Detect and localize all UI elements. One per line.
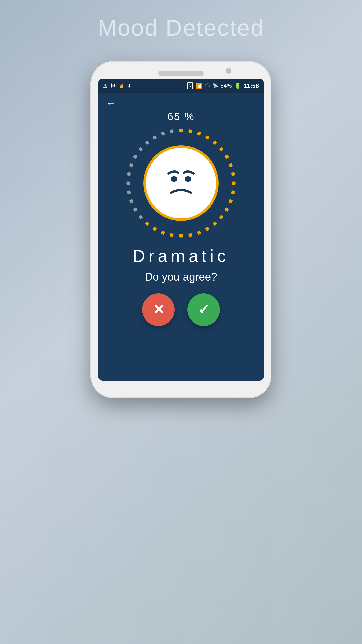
nfc-icon: N xyxy=(187,82,193,89)
svg-rect-35 xyxy=(170,129,174,133)
mood-face-circle xyxy=(143,145,219,221)
svg-rect-23 xyxy=(138,215,143,219)
svg-rect-32 xyxy=(145,140,149,145)
battery-icon: 🔋 xyxy=(234,83,241,89)
signal-icon: 📡 xyxy=(213,83,218,89)
phone-speaker xyxy=(158,71,204,76)
svg-rect-9 xyxy=(232,182,236,185)
mood-circle-container: // We'll inline the dots via JS after re… xyxy=(126,128,236,238)
back-button[interactable]: ← xyxy=(106,98,116,108)
svg-rect-7 xyxy=(229,163,233,167)
svg-point-36 xyxy=(171,176,177,182)
svg-rect-25 xyxy=(129,199,133,203)
phone-camera xyxy=(226,68,231,74)
agree-question: Do you agree? xyxy=(145,271,217,283)
svg-rect-28 xyxy=(127,172,131,176)
image-icon: 🖼 xyxy=(111,83,116,89)
hand-icon: ☝ xyxy=(119,83,124,89)
mood-label: Dramatic xyxy=(133,246,229,266)
svg-rect-18 xyxy=(179,234,183,238)
svg-rect-20 xyxy=(161,231,165,235)
svg-rect-2 xyxy=(197,131,201,136)
phone-screen: ⚠ 🖼 ☝ ⬇ N 📶 🚫 📡 84% 🔋 11:58 ← 65 % xyxy=(98,79,264,381)
phone-frame: ⚠ 🖼 ☝ ⬇ N 📶 🚫 📡 84% 🔋 11:58 ← 65 % xyxy=(90,61,272,398)
warning-icon: ⚠ xyxy=(103,83,108,89)
svg-rect-8 xyxy=(231,172,235,176)
svg-rect-0 xyxy=(179,129,183,132)
status-bar: ⚠ 🖼 ☝ ⬇ N 📶 🚫 📡 84% 🔋 11:58 xyxy=(98,79,264,93)
svg-rect-22 xyxy=(145,221,149,226)
svg-rect-1 xyxy=(188,129,192,133)
svg-rect-11 xyxy=(229,199,233,203)
svg-rect-21 xyxy=(152,227,157,231)
disagree-button[interactable]: ✕ xyxy=(142,293,175,326)
wifi-icon: 📶 xyxy=(195,83,202,89)
status-left-icons: ⚠ 🖼 ☝ ⬇ xyxy=(103,83,131,89)
svg-rect-14 xyxy=(213,221,217,226)
svg-rect-16 xyxy=(197,231,201,235)
svg-point-37 xyxy=(185,176,191,182)
svg-rect-34 xyxy=(161,131,165,136)
svg-rect-5 xyxy=(219,147,224,151)
agree-button[interactable]: ✓ xyxy=(187,293,220,326)
action-buttons: ✕ ✓ xyxy=(142,293,220,326)
status-time: 11:58 xyxy=(244,82,259,89)
percentage-display: 65 % xyxy=(167,111,195,123)
svg-rect-30 xyxy=(133,154,138,159)
page-title: Mood Detected xyxy=(98,15,264,41)
svg-rect-33 xyxy=(152,135,157,140)
svg-rect-29 xyxy=(129,163,133,167)
svg-rect-12 xyxy=(224,207,229,212)
svg-rect-6 xyxy=(224,154,229,159)
svg-rect-27 xyxy=(127,182,130,185)
svg-rect-15 xyxy=(205,227,210,231)
signal-off-icon: 🚫 xyxy=(205,83,210,89)
battery-percent: 84% xyxy=(221,83,232,89)
angry-face-svg xyxy=(153,155,209,211)
download-icon: ⬇ xyxy=(127,83,131,89)
status-right-icons: N 📶 🚫 📡 84% 🔋 11:58 xyxy=(187,82,259,89)
svg-rect-10 xyxy=(231,190,235,194)
svg-rect-19 xyxy=(170,233,174,237)
svg-rect-24 xyxy=(133,207,138,212)
svg-rect-3 xyxy=(205,135,210,140)
svg-rect-4 xyxy=(213,140,217,145)
svg-rect-31 xyxy=(138,147,143,151)
app-content: ← 65 % // We'll inline the dots via JS a… xyxy=(98,93,264,381)
svg-rect-26 xyxy=(127,190,131,194)
check-icon: ✓ xyxy=(198,303,210,317)
svg-rect-17 xyxy=(188,233,192,237)
x-icon: ✕ xyxy=(153,303,164,317)
svg-rect-13 xyxy=(219,215,224,219)
